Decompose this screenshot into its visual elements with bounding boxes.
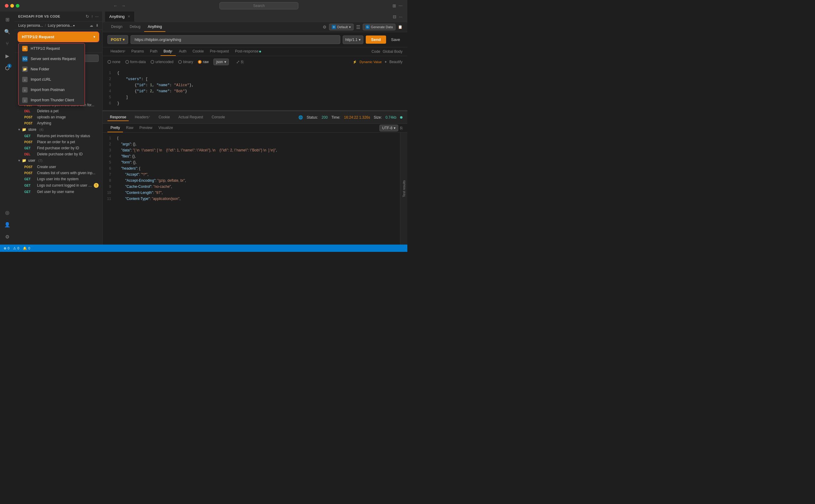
response-tab-headers[interactable]: Headers⁷ <box>132 114 152 121</box>
menu-item-new-folder[interactable]: 📁 New Folder <box>19 64 85 74</box>
menu-item-http12[interactable]: H HTTP1/2 Request <box>19 43 85 54</box>
forward-button[interactable]: → <box>121 3 126 8</box>
tab-body[interactable]: Body¹ <box>161 47 176 56</box>
sidebar-item-extensions[interactable]: ⬡ 1 <box>2 63 13 73</box>
response-tab-cookie[interactable]: Cookie <box>156 114 172 121</box>
url-input[interactable] <box>130 35 340 44</box>
tab-path[interactable]: Path <box>147 47 161 56</box>
list-item[interactable]: GETGet user by user name <box>15 189 102 195</box>
resp-sub-tab-pretty[interactable]: Pretty <box>107 124 123 132</box>
send-button[interactable]: Send <box>366 36 386 44</box>
list-item[interactable]: POSTPlace an order for a pet <box>15 139 102 145</box>
code-content[interactable]: { "users": [ {"id": 1, "name": "Alice"},… <box>113 68 408 110</box>
code-link[interactable]: Code <box>371 49 380 54</box>
tab-anything[interactable]: Anything × <box>105 12 135 22</box>
list-item[interactable]: POSTCreates list of users with given inp… <box>15 170 102 176</box>
tab-params[interactable]: Params <box>128 47 147 56</box>
response-tab-actual-request[interactable]: Actual Request <box>176 114 205 121</box>
list-item[interactable]: POSTuploads an image <box>15 114 102 120</box>
method-chevron-icon: ▾ <box>123 37 125 42</box>
method-select[interactable]: POST ▾ <box>107 35 128 44</box>
list-item[interactable]: DELDeletes a pet <box>15 108 102 114</box>
folder-user[interactable]: ▾ 📁 user (7) <box>15 157 102 164</box>
beautify-button[interactable]: Beautify <box>389 60 402 64</box>
tab-cookie[interactable]: Cookie <box>189 47 207 56</box>
more-options-icon[interactable]: ··· <box>95 14 99 19</box>
http-version-select[interactable]: http/1.1 ▾ <box>343 36 363 44</box>
menu-item-sse[interactable]: SS Server sent events Request <box>19 54 85 64</box>
maximize-dot[interactable] <box>16 4 19 8</box>
sidebar-item-api[interactable]: ◎ <box>2 207 13 218</box>
dynamic-value-button[interactable]: Dynamic Value <box>359 60 381 64</box>
layout-icon[interactable]: ⊞ <box>392 3 396 8</box>
generate-data-button[interactable]: G Generate Data <box>363 24 395 30</box>
menu-item-import-postman[interactable]: ↓ Import from Postman <box>19 85 85 95</box>
resp-sub-tab-preview[interactable]: Preview <box>136 124 155 132</box>
test-results-panel[interactable]: Test results <box>400 133 408 245</box>
response-tab-console[interactable]: Console <box>209 114 227 121</box>
upload-icon[interactable]: ↑ <box>91 14 93 19</box>
list-item[interactable]: GET Logs out current logged in user s...… <box>15 182 102 189</box>
sub-tab-debug[interactable]: Debug <box>126 22 144 32</box>
list-item[interactable]: POSTCreate user <box>15 164 102 170</box>
sub-tab-design[interactable]: Design <box>107 22 126 32</box>
radio-none[interactable]: none <box>107 60 120 64</box>
workspace-dropdown[interactable]: Lucy persona... ▾ <box>48 23 75 28</box>
radio-form-data[interactable]: form-data <box>125 60 146 64</box>
tab-auth[interactable]: Auth <box>176 47 189 56</box>
window-controls <box>5 4 19 8</box>
more-tabs-icon[interactable]: ··· <box>399 14 402 19</box>
save-button[interactable]: Save <box>388 36 402 44</box>
sidebar-item-files[interactable]: ⊞ <box>2 14 13 25</box>
menu-item-import-thunder[interactable]: ↓ Import from Thunder Client <box>19 95 85 105</box>
sidebar-item-run[interactable]: ▶ <box>2 50 13 61</box>
radio-binary[interactable]: binary <box>178 60 193 64</box>
search-input[interactable] <box>219 2 298 9</box>
tab-post-response[interactable]: Post-response <box>232 47 264 56</box>
copy-response-icon[interactable]: ⎘ <box>400 126 402 130</box>
env-chevron-icon: ▾ <box>349 25 351 29</box>
code-editor[interactable]: 123456 { "users": [ {"id": 1, "name": "A… <box>103 68 408 110</box>
sync-icon[interactable]: ↻ <box>86 14 89 19</box>
save-template-icon[interactable]: 📋 <box>398 25 402 29</box>
sidebar-item-search[interactable]: 🔍 <box>2 26 13 37</box>
sidebar-item-profile[interactable]: 👤 <box>2 219 13 230</box>
resp-sub-tab-raw[interactable]: Raw <box>123 124 136 132</box>
menu-item-import-curl[interactable]: ↓ Import cURL <box>19 74 85 85</box>
sub-tab-anything[interactable]: Anything <box>144 22 166 32</box>
response-body[interactable]: 1234567891011 { "args": {}, "data": "{ \… <box>103 133 400 245</box>
copy-icon[interactable]: ⎘ <box>241 59 243 64</box>
list-item[interactable]: GETFind purchase order by ID <box>15 145 102 151</box>
list-item[interactable]: POSTAnything <box>15 120 102 126</box>
settings-icon-wrapper[interactable]: ⚙ <box>323 25 326 29</box>
cloud-sync-icon[interactable]: ☁ <box>90 23 93 28</box>
tab-pre-request[interactable]: Pre-request <box>207 47 232 56</box>
list-item[interactable]: GETReturns pet inventories by status <box>15 133 102 139</box>
default-dropdown[interactable]: D Default ▾ <box>329 24 353 30</box>
list-item[interactable]: GETLogs user into the system <box>15 176 102 182</box>
list-item[interactable]: DELDelete purchase order by ID <box>15 151 102 157</box>
encoding-select[interactable]: UTF-8 ▾ <box>379 125 398 131</box>
expand-icon[interactable]: ⤢ <box>236 59 240 64</box>
sidebar-item-source-control[interactable]: ⑂ <box>2 38 13 49</box>
sub-tabs-right: ⚙ D Default ▾ ☰ G Generate Data 📋 <box>323 24 402 30</box>
minimize-dot[interactable] <box>10 4 14 8</box>
request-tabs-right: Code Global Body <box>371 49 402 54</box>
radio-raw[interactable]: raw <box>198 60 208 64</box>
global-body-link[interactable]: Global Body <box>383 49 402 54</box>
back-button[interactable]: ← <box>113 3 118 8</box>
folder-store[interactable]: ▾ 📁 store (4) <box>15 126 102 133</box>
sidebar-item-settings[interactable]: ⚙ <box>2 231 13 242</box>
tab-headers[interactable]: Headers² <box>107 47 128 56</box>
response-tab-response[interactable]: Response <box>107 114 129 121</box>
list-icon[interactable]: ☰ <box>356 24 360 30</box>
resp-sub-tab-visualize[interactable]: Visualize <box>155 124 176 132</box>
split-icon[interactable]: ⊟ <box>393 14 396 19</box>
download-icon[interactable]: ⬇ <box>96 23 99 28</box>
tab-close-icon[interactable]: × <box>128 14 130 19</box>
more-icon[interactable]: ··· <box>398 3 402 8</box>
new-request-dropdown-button[interactable]: HTTP1/2 Request ▾ <box>18 32 99 42</box>
format-select[interactable]: json ▾ <box>213 59 228 65</box>
close-dot[interactable] <box>5 4 8 8</box>
radio-urlencoded[interactable]: urlencoded <box>150 60 173 64</box>
